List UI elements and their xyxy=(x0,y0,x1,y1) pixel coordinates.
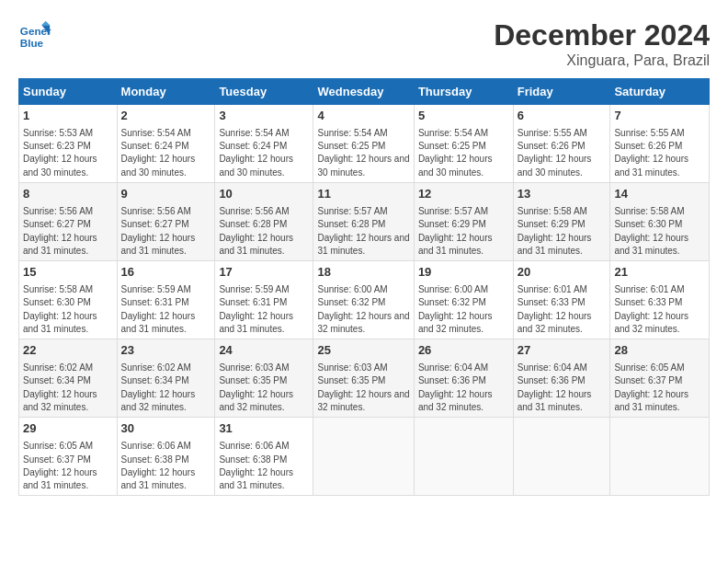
day-number: 2 xyxy=(121,109,211,124)
day-number: 12 xyxy=(418,187,509,202)
title-area: December 2024 Xinguara, Para, Brazil xyxy=(494,18,710,69)
day-number: 11 xyxy=(317,187,409,202)
day-info: Sunrise: 6:06 AMSunset: 6:38 PMDaylight:… xyxy=(121,441,196,490)
week-row-5: 29Sunrise: 6:05 AMSunset: 6:37 PMDayligh… xyxy=(19,418,710,496)
day-cell: 5Sunrise: 5:54 AMSunset: 6:25 PMDaylight… xyxy=(414,105,513,183)
day-info: Sunrise: 5:57 AMSunset: 6:28 PMDaylight:… xyxy=(317,206,409,256)
day-info: Sunrise: 5:53 AMSunset: 6:23 PMDaylight:… xyxy=(23,128,97,178)
day-cell: 18Sunrise: 6:00 AMSunset: 6:32 PMDayligh… xyxy=(313,261,414,339)
day-cell xyxy=(610,418,710,496)
day-number: 13 xyxy=(518,187,607,202)
day-info: Sunrise: 5:58 AMSunset: 6:29 PMDaylight:… xyxy=(518,206,592,256)
column-header-saturday: Saturday xyxy=(610,79,710,105)
day-number: 6 xyxy=(518,109,607,124)
day-number: 3 xyxy=(219,109,309,124)
day-info: Sunrise: 5:56 AMSunset: 6:28 PMDaylight:… xyxy=(219,206,293,256)
day-cell xyxy=(414,418,513,496)
month-title: December 2024 xyxy=(494,18,710,52)
week-row-3: 15Sunrise: 5:58 AMSunset: 6:30 PMDayligh… xyxy=(19,261,710,339)
logo-icon: General Blue xyxy=(18,18,51,52)
day-cell: 2Sunrise: 5:54 AMSunset: 6:24 PMDaylight… xyxy=(117,105,215,183)
day-info: Sunrise: 6:00 AMSunset: 6:32 PMDaylight:… xyxy=(418,284,493,334)
column-header-friday: Friday xyxy=(513,79,610,105)
day-info: Sunrise: 5:59 AMSunset: 6:31 PMDaylight:… xyxy=(219,284,293,334)
day-number: 30 xyxy=(121,421,211,437)
day-number: 5 xyxy=(418,109,509,124)
day-number: 10 xyxy=(219,187,309,202)
day-number: 28 xyxy=(614,343,705,359)
day-info: Sunrise: 6:04 AMSunset: 6:36 PMDaylight:… xyxy=(418,362,493,412)
day-cell: 8Sunrise: 5:56 AMSunset: 6:27 PMDaylight… xyxy=(19,183,118,261)
day-info: Sunrise: 5:56 AMSunset: 6:27 PMDaylight:… xyxy=(121,206,196,256)
day-cell: 28Sunrise: 6:05 AMSunset: 6:37 PMDayligh… xyxy=(610,339,710,418)
day-cell: 22Sunrise: 6:02 AMSunset: 6:34 PMDayligh… xyxy=(19,339,118,418)
day-cell: 21Sunrise: 6:01 AMSunset: 6:33 PMDayligh… xyxy=(610,261,710,339)
day-cell: 14Sunrise: 5:58 AMSunset: 6:30 PMDayligh… xyxy=(610,183,710,261)
week-row-2: 8Sunrise: 5:56 AMSunset: 6:27 PMDaylight… xyxy=(19,183,710,261)
day-cell: 11Sunrise: 5:57 AMSunset: 6:28 PMDayligh… xyxy=(313,183,414,261)
day-cell: 15Sunrise: 5:58 AMSunset: 6:30 PMDayligh… xyxy=(19,261,118,339)
day-info: Sunrise: 6:04 AMSunset: 6:36 PMDaylight:… xyxy=(518,362,592,412)
day-cell: 1Sunrise: 5:53 AMSunset: 6:23 PMDaylight… xyxy=(19,105,118,183)
day-info: Sunrise: 5:54 AMSunset: 6:24 PMDaylight:… xyxy=(121,128,196,178)
day-number: 18 xyxy=(317,265,409,281)
day-info: Sunrise: 5:55 AMSunset: 6:26 PMDaylight:… xyxy=(614,128,688,178)
day-number: 14 xyxy=(614,187,705,202)
day-info: Sunrise: 5:54 AMSunset: 6:25 PMDaylight:… xyxy=(418,128,493,178)
day-info: Sunrise: 5:58 AMSunset: 6:30 PMDaylight:… xyxy=(614,206,688,256)
day-cell: 29Sunrise: 6:05 AMSunset: 6:37 PMDayligh… xyxy=(19,418,118,496)
day-number: 8 xyxy=(23,187,113,202)
day-number: 1 xyxy=(23,109,113,124)
day-number: 4 xyxy=(317,109,409,124)
day-cell: 9Sunrise: 5:56 AMSunset: 6:27 PMDaylight… xyxy=(117,183,215,261)
day-number: 22 xyxy=(23,343,113,359)
svg-text:Blue: Blue xyxy=(20,37,44,49)
day-number: 16 xyxy=(121,265,211,281)
day-info: Sunrise: 5:56 AMSunset: 6:27 PMDaylight:… xyxy=(23,206,97,256)
day-info: Sunrise: 6:05 AMSunset: 6:37 PMDaylight:… xyxy=(614,362,688,412)
day-cell: 31Sunrise: 6:06 AMSunset: 6:38 PMDayligh… xyxy=(215,418,313,496)
logo: General Blue xyxy=(18,18,51,52)
day-number: 20 xyxy=(518,265,607,281)
column-header-monday: Monday xyxy=(117,79,215,105)
day-info: Sunrise: 6:06 AMSunset: 6:38 PMDaylight:… xyxy=(219,441,293,490)
week-row-4: 22Sunrise: 6:02 AMSunset: 6:34 PMDayligh… xyxy=(19,339,710,418)
day-number: 15 xyxy=(23,265,113,281)
day-info: Sunrise: 6:02 AMSunset: 6:34 PMDaylight:… xyxy=(121,362,196,412)
day-number: 27 xyxy=(518,343,607,359)
day-info: Sunrise: 6:01 AMSunset: 6:33 PMDaylight:… xyxy=(518,284,592,334)
day-info: Sunrise: 5:57 AMSunset: 6:29 PMDaylight:… xyxy=(418,206,493,256)
day-cell: 23Sunrise: 6:02 AMSunset: 6:34 PMDayligh… xyxy=(117,339,215,418)
day-number: 26 xyxy=(418,343,509,359)
day-cell: 30Sunrise: 6:06 AMSunset: 6:38 PMDayligh… xyxy=(117,418,215,496)
day-cell: 13Sunrise: 5:58 AMSunset: 6:29 PMDayligh… xyxy=(513,183,610,261)
day-cell: 27Sunrise: 6:04 AMSunset: 6:36 PMDayligh… xyxy=(513,339,610,418)
column-header-thursday: Thursday xyxy=(414,79,513,105)
day-number: 7 xyxy=(614,109,705,124)
day-info: Sunrise: 5:54 AMSunset: 6:24 PMDaylight:… xyxy=(219,128,293,178)
day-cell: 12Sunrise: 5:57 AMSunset: 6:29 PMDayligh… xyxy=(414,183,513,261)
calendar-header: SundayMondayTuesdayWednesdayThursdayFrid… xyxy=(19,79,710,105)
day-number: 31 xyxy=(219,421,309,437)
day-number: 24 xyxy=(219,343,309,359)
day-number: 21 xyxy=(614,265,705,281)
day-cell xyxy=(313,418,414,496)
day-cell: 26Sunrise: 6:04 AMSunset: 6:36 PMDayligh… xyxy=(414,339,513,418)
column-header-tuesday: Tuesday xyxy=(215,79,313,105)
day-number: 29 xyxy=(23,421,113,437)
day-cell: 19Sunrise: 6:00 AMSunset: 6:32 PMDayligh… xyxy=(414,261,513,339)
day-cell: 10Sunrise: 5:56 AMSunset: 6:28 PMDayligh… xyxy=(215,183,313,261)
day-info: Sunrise: 6:01 AMSunset: 6:33 PMDaylight:… xyxy=(614,284,688,334)
day-info: Sunrise: 5:58 AMSunset: 6:30 PMDaylight:… xyxy=(23,284,97,334)
day-cell: 16Sunrise: 5:59 AMSunset: 6:31 PMDayligh… xyxy=(117,261,215,339)
day-cell: 6Sunrise: 5:55 AMSunset: 6:26 PMDaylight… xyxy=(513,105,610,183)
day-info: Sunrise: 6:05 AMSunset: 6:37 PMDaylight:… xyxy=(23,441,97,490)
header-row: SundayMondayTuesdayWednesdayThursdayFrid… xyxy=(19,79,710,105)
calendar-body: 1Sunrise: 5:53 AMSunset: 6:23 PMDaylight… xyxy=(19,105,710,496)
week-row-1: 1Sunrise: 5:53 AMSunset: 6:23 PMDaylight… xyxy=(19,105,710,183)
day-info: Sunrise: 5:55 AMSunset: 6:26 PMDaylight:… xyxy=(518,128,592,178)
day-info: Sunrise: 5:59 AMSunset: 6:31 PMDaylight:… xyxy=(121,284,196,334)
day-cell: 7Sunrise: 5:55 AMSunset: 6:26 PMDaylight… xyxy=(610,105,710,183)
day-cell: 20Sunrise: 6:01 AMSunset: 6:33 PMDayligh… xyxy=(513,261,610,339)
day-cell: 17Sunrise: 5:59 AMSunset: 6:31 PMDayligh… xyxy=(215,261,313,339)
